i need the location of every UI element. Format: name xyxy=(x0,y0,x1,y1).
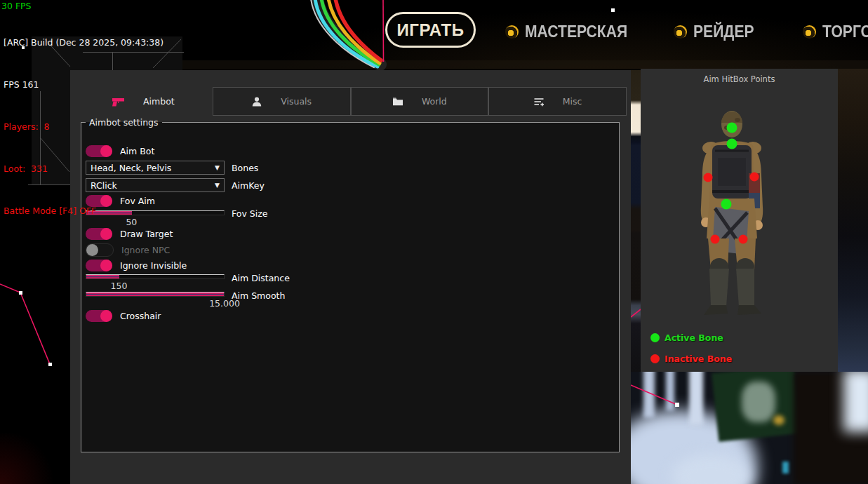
hitbox-panel-title: Aim HitBox Points xyxy=(641,74,838,84)
players-count: Players: 8 xyxy=(4,120,163,134)
tab-misc[interactable]: Misc xyxy=(488,87,627,116)
legend-inactive-bone: Inactive Bone xyxy=(650,354,732,364)
tab-world[interactable]: World xyxy=(351,87,489,116)
bone-dot-left-leg xyxy=(711,235,720,244)
loot-count: Loot: 331 xyxy=(4,162,163,176)
ignore-invisible-toggle[interactable] xyxy=(86,260,112,271)
menu-item-label: ТОРГО xyxy=(822,22,868,41)
crosshair-label: Crosshair xyxy=(120,311,161,321)
bone-dot-pelvis xyxy=(721,199,732,210)
aimkey-label: AimKey xyxy=(232,180,265,191)
menu-item-trade[interactable]: ТОРГО xyxy=(803,22,868,41)
fov-size-label: Fov Size xyxy=(232,208,267,219)
ignore-invisible-label: Ignore Invisible xyxy=(120,260,187,271)
background-red-glow xyxy=(0,433,56,484)
background-bottom-right-scene xyxy=(631,372,868,484)
tab-label: World xyxy=(422,96,447,107)
legend-label: Inactive Bone xyxy=(665,354,732,364)
bone-dot-neck xyxy=(727,139,737,149)
aim-smooth-slider[interactable] xyxy=(86,292,225,297)
legend-label: Active Bone xyxy=(665,332,723,343)
coin-icon xyxy=(803,25,816,39)
crosshair-row: Crosshair xyxy=(86,309,161,322)
sliders-icon xyxy=(533,96,545,107)
bones-label: Bones xyxy=(232,163,258,173)
menu-item-raider[interactable]: РЕЙДЕР xyxy=(674,22,762,41)
aim-smooth-label: Aim Smooth xyxy=(232,290,285,301)
bone-dot-right-leg xyxy=(739,235,748,244)
crosshair-toggle[interactable] xyxy=(86,310,112,322)
person-icon xyxy=(251,96,262,107)
build-info: [ARC] Build (Dec 28 2025, 09:43:38) xyxy=(4,36,163,50)
menu-item-workshop[interactable]: МАСТЕРСКАЯ xyxy=(505,22,641,41)
bone-dot-right-arm xyxy=(750,173,759,182)
folder-icon xyxy=(392,96,403,107)
hitbox-panel: Aim HitBox Points xyxy=(641,69,838,372)
inactive-bone-dot-icon xyxy=(650,354,660,363)
fps-value: FPS 161 xyxy=(4,78,163,92)
play-button[interactable]: ИГРАТЬ xyxy=(385,12,476,48)
bone-dot-left-arm xyxy=(704,173,713,182)
chevron-down-icon: ▼ xyxy=(215,164,220,171)
aim-distance-value: 150 xyxy=(111,281,128,291)
coin-icon xyxy=(674,25,687,39)
bone-dot-head xyxy=(727,123,737,133)
menu-item-label: МАСТЕРСКАЯ xyxy=(525,22,627,41)
battle-mode-status: Battle Mode [F4] OFF xyxy=(4,204,163,218)
tab-label: Visuals xyxy=(281,96,312,107)
menu-item-label: РЕЙДЕР xyxy=(693,22,754,41)
background-right-strip xyxy=(838,69,868,372)
character-model xyxy=(676,109,788,319)
tab-label: Misc xyxy=(563,96,582,107)
aim-distance-slider[interactable] xyxy=(86,274,225,279)
background-gap-strip xyxy=(631,70,641,372)
tab-visuals[interactable]: Visuals xyxy=(213,87,351,116)
chevron-down-icon: ▼ xyxy=(215,182,220,189)
aim-distance-label: Aim Distance xyxy=(232,273,290,283)
active-bone-dot-icon xyxy=(650,333,660,342)
ignore-invisible-row: Ignore Invisible xyxy=(86,259,187,271)
legend-active-bone: Active Bone xyxy=(650,332,723,343)
hud-info-block: [ARC] Build (Dec 28 2025, 09:43:38) FPS … xyxy=(4,8,163,246)
game-screen: 30 FPS [ARC] Build (Dec 28 2025, 09:43:3… xyxy=(0,0,868,484)
coin-icon xyxy=(505,25,519,39)
